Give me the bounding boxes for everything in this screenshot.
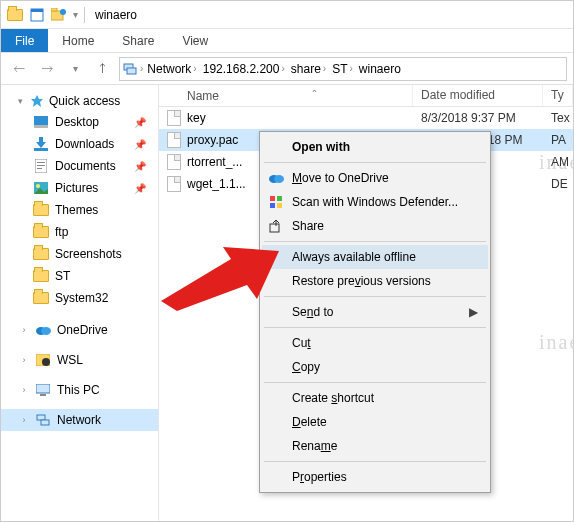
pin-icon: 📌 <box>134 161 146 172</box>
tab-share[interactable]: Share <box>108 29 168 52</box>
up-button[interactable]: 🡑 <box>91 57 115 81</box>
file-icon <box>167 154 181 170</box>
svg-rect-14 <box>37 165 45 166</box>
svg-marker-11 <box>36 137 46 148</box>
qat-dropdown-icon[interactable]: ▾ <box>73 9 78 20</box>
sidebar-label: Desktop <box>55 115 99 129</box>
crumb-winaero[interactable]: winaero <box>357 62 403 76</box>
quick-access-label: Quick access <box>49 94 120 108</box>
sidebar-item-wsl[interactable]: ›WSL <box>1 349 158 371</box>
file-row[interactable]: key 8/3/2018 9:37 PM Tex <box>159 107 573 129</box>
sidebar-item-system32[interactable]: System32 <box>1 287 158 309</box>
title-bar: ▾ winaero <box>1 1 573 29</box>
folder-icon <box>7 7 23 23</box>
file-icon <box>167 132 181 148</box>
sidebar-label: Network <box>57 413 101 427</box>
sidebar-item-ftp[interactable]: ftp <box>1 221 158 243</box>
properties-qat-icon[interactable] <box>29 7 45 23</box>
nav-bar: 🡐 🡒 ▾ 🡑 › Network› 192.168.2.200› share›… <box>1 53 573 85</box>
ctx-copy[interactable]: Copy <box>262 355 488 379</box>
network-icon <box>122 61 138 77</box>
col-type[interactable]: Ty <box>543 85 573 106</box>
sidebar-item-screenshots[interactable]: Screenshots <box>1 243 158 265</box>
col-name[interactable]: Nameˆ <box>159 85 413 106</box>
svg-rect-9 <box>34 125 48 128</box>
svg-rect-13 <box>37 162 45 163</box>
file-icon <box>167 110 181 126</box>
ctx-defender[interactable]: Scan with Windows Defender... <box>262 190 488 214</box>
documents-icon <box>33 158 49 174</box>
ctx-always-offline[interactable]: Always available offline <box>262 245 488 269</box>
sidebar-item-st[interactable]: ST <box>1 265 158 287</box>
back-button[interactable]: 🡐 <box>7 57 31 81</box>
ctx-delete[interactable]: Delete <box>262 410 488 434</box>
file-type: PA <box>543 133 573 147</box>
svg-rect-6 <box>127 68 136 74</box>
ctx-send-to[interactable]: Send to▶ <box>262 300 488 324</box>
sidebar-item-thispc[interactable]: ›This PC <box>1 379 158 401</box>
tab-home[interactable]: Home <box>48 29 108 52</box>
star-icon <box>29 93 45 109</box>
sidebar-label: System32 <box>55 291 108 305</box>
wsl-icon <box>35 352 51 368</box>
thispc-icon <box>35 382 51 398</box>
svg-rect-31 <box>270 203 275 208</box>
pictures-icon <box>33 180 49 196</box>
column-headers: Nameˆ Date modified Ty <box>159 85 573 107</box>
folder-icon <box>33 290 49 306</box>
quick-access-group[interactable]: ▾ Quick access <box>1 91 158 111</box>
tab-view[interactable]: View <box>168 29 222 52</box>
file-icon <box>167 176 181 192</box>
svg-rect-24 <box>40 394 46 396</box>
file-name: wget_1.1... <box>187 177 246 191</box>
tab-file[interactable]: File <box>1 29 48 52</box>
svg-rect-32 <box>277 203 282 208</box>
svg-marker-7 <box>31 95 43 107</box>
forward-button: 🡒 <box>35 57 59 81</box>
svg-rect-29 <box>270 196 275 201</box>
file-type: AM <box>543 155 573 169</box>
sidebar-item-pictures[interactable]: Pictures📌 <box>1 177 158 199</box>
folder-icon <box>33 246 49 262</box>
sidebar-item-network[interactable]: ›Network <box>1 409 158 431</box>
ctx-open-with[interactable]: Open with <box>262 135 488 159</box>
new-folder-qat-icon[interactable] <box>51 7 67 23</box>
onedrive-icon <box>35 322 51 338</box>
file-type: Tex <box>543 111 573 125</box>
context-menu: Open with Move to OneDrive Scan with Win… <box>259 131 491 493</box>
crumb-share[interactable]: share› <box>289 62 328 76</box>
sidebar-label: OneDrive <box>57 323 108 337</box>
ctx-share[interactable]: Share <box>262 214 488 238</box>
recent-dropdown[interactable]: ▾ <box>63 57 87 81</box>
nav-pane: ▾ Quick access Desktop📌 Downloads📌 Docum… <box>1 85 159 521</box>
ctx-restore-previous[interactable]: Restore previous versions <box>262 269 488 293</box>
file-type: DE <box>543 177 573 191</box>
desktop-icon <box>33 114 49 130</box>
onedrive-icon <box>268 170 284 186</box>
share-icon <box>268 218 284 234</box>
sidebar-item-documents[interactable]: Documents📌 <box>1 155 158 177</box>
address-bar[interactable]: › Network› 192.168.2.200› share› ST› win… <box>119 57 567 81</box>
crumb-host[interactable]: 192.168.2.200› <box>201 62 287 76</box>
ctx-rename[interactable]: Rename <box>262 434 488 458</box>
sidebar-item-themes[interactable]: Themes <box>1 199 158 221</box>
ctx-properties[interactable]: Properties <box>262 465 488 489</box>
ribbon-tabs: File Home Share View <box>1 29 573 53</box>
chevron-right-icon[interactable]: › <box>140 63 143 74</box>
folder-icon <box>33 224 49 240</box>
svg-rect-30 <box>277 196 282 201</box>
sidebar-item-onedrive[interactable]: ›OneDrive <box>1 319 158 341</box>
crumb-network[interactable]: Network› <box>145 62 198 76</box>
sidebar-item-desktop[interactable]: Desktop📌 <box>1 111 158 133</box>
folder-icon <box>33 202 49 218</box>
sidebar-item-downloads[interactable]: Downloads📌 <box>1 133 158 155</box>
col-date[interactable]: Date modified <box>413 85 543 106</box>
svg-rect-25 <box>37 415 45 420</box>
svg-point-17 <box>36 184 40 188</box>
downloads-icon <box>33 136 49 152</box>
svg-point-28 <box>274 175 284 183</box>
ctx-cut[interactable]: Cut <box>262 331 488 355</box>
crumb-st[interactable]: ST› <box>330 62 355 76</box>
ctx-move-onedrive[interactable]: Move to OneDrive <box>262 166 488 190</box>
ctx-create-shortcut[interactable]: Create shortcut <box>262 386 488 410</box>
